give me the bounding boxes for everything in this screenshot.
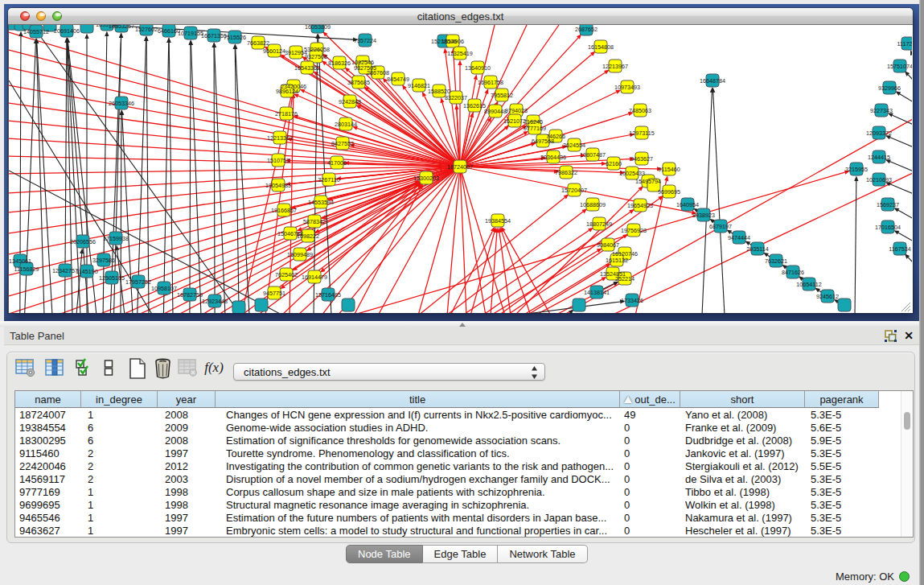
- cell-short: Yano et al. (2008): [685, 409, 803, 422]
- red-edge: [9, 167, 460, 233]
- graph-node-label: 8471626: [782, 269, 804, 276]
- edge-arrowhead: [167, 37, 171, 43]
- window-right-edge: [919, 0, 924, 585]
- black-edge: [900, 94, 912, 102]
- table-row[interactable]: 1938455462009Genome-wide association stu…: [15, 422, 902, 435]
- graph-node-label: 19166857: [271, 207, 297, 214]
- graph-node-label: 252214: [615, 275, 634, 282]
- float-window-icon[interactable]: [885, 330, 897, 342]
- show-column-button[interactable]: [44, 357, 66, 379]
- graph-node-label: 7515526: [224, 34, 246, 41]
- edge-arrowhead: [84, 34, 88, 39]
- column-header-short[interactable]: short: [680, 391, 805, 408]
- cell-out-de-: 0: [624, 422, 679, 435]
- graph-node-label: 9457751: [263, 290, 285, 297]
- edge-arrowhead: [119, 32, 123, 38]
- graph-node-label: 9242848: [339, 98, 361, 105]
- black-edge: [890, 184, 912, 194]
- table-row[interactable]: 1456911722003Disruption of a novel membe…: [15, 473, 902, 486]
- split-divider[interactable]: [0, 321, 924, 327]
- node-table[interactable]: namein_degreeyeartitleout_de...shortpage…: [14, 390, 914, 538]
- delete-column-button[interactable]: [152, 357, 174, 379]
- edge-arrowhead: [105, 31, 109, 36]
- graph-node-label: 12505135: [99, 274, 125, 282]
- network-graph: 1405571220691406189371010553257152760264…: [9, 25, 912, 313]
- scrollbar-thumb[interactable]: [904, 412, 910, 430]
- table-panel: Table Panel ✕: [0, 327, 924, 585]
- memory-label: Memory: OK: [836, 571, 894, 583]
- graph-node[interactable]: [232, 301, 245, 313]
- table-row[interactable]: 946554611997Estimation of the future num…: [15, 512, 902, 525]
- cell-name: 14569117: [19, 473, 80, 486]
- tab-network-table[interactable]: Network Table: [498, 545, 587, 563]
- network-window-titlebar[interactable]: citations_edges.txt: [8, 8, 913, 25]
- graph-node-label: 1117254: [897, 40, 912, 47]
- cell-title: Genome-wide association studies in ADHD.: [226, 422, 618, 435]
- graph-node-label: 7986322: [555, 169, 577, 176]
- graph-node-label: 8454749: [387, 76, 409, 83]
- cell-year: 2009: [165, 422, 214, 435]
- graph-node-label: 19384554: [485, 217, 511, 225]
- graph-node-label: 417006: [327, 159, 347, 167]
- graph-node-label: 9474444: [728, 234, 750, 241]
- close-panel-icon[interactable]: ✕: [904, 329, 914, 342]
- column-header-out-de-[interactable]: out_de...: [620, 391, 680, 408]
- edge-arrowhead: [664, 175, 668, 181]
- table-row[interactable]: 1830029562008Estimation of significance …: [15, 435, 902, 447]
- column-header-title[interactable]: title: [216, 391, 620, 408]
- cell-out-de-: 0: [624, 499, 679, 512]
- graph-node-label: 10025433: [619, 170, 645, 177]
- graph-node-label: 18724007: [447, 163, 473, 171]
- graph-node-label: 9245612: [816, 293, 839, 300]
- graph-node-label: 1345061: [9, 257, 31, 265]
- function-builder-button[interactable]: f(x): [203, 357, 225, 379]
- table-row[interactable]: 911546021997Tourette syndrome. Phenomeno…: [15, 447, 902, 460]
- graph-node[interactable]: [573, 299, 585, 311]
- column-header-in-degree[interactable]: in_degree: [81, 391, 158, 408]
- graph-node-label: 7955812: [491, 92, 513, 99]
- graph-node-label: 14553594: [308, 199, 334, 206]
- graph-node[interactable]: [838, 299, 851, 311]
- graph-node[interactable]: [342, 299, 355, 311]
- table-panel-title: Table Panel: [10, 330, 64, 342]
- table-vertical-scrollbar[interactable]: [901, 391, 913, 538]
- graph-node-label: 9327508: [305, 53, 327, 60]
- black-edge: [169, 43, 173, 313]
- sort-ascending-icon: [624, 396, 632, 403]
- network-view-window[interactable]: citations_edges.txt 14055712206914061893…: [8, 8, 913, 313]
- table-row[interactable]: 2242004622012Investigating the contribut…: [15, 460, 902, 473]
- column-header-pagerank[interactable]: pagerank: [805, 391, 879, 408]
- table-mode-button[interactable]: [14, 357, 36, 379]
- column-header-name[interactable]: name: [15, 391, 81, 408]
- table-row[interactable]: 969969511998Structural magnetic resonanc…: [15, 499, 902, 512]
- select-columns-button[interactable]: [75, 357, 92, 379]
- black-edge: [76, 253, 82, 313]
- table-row[interactable]: 946362711997Embryonic stem cells: a mode…: [15, 525, 902, 538]
- resize-grip-icon[interactable]: [900, 301, 910, 311]
- graph-node-label: 7485063: [629, 107, 651, 114]
- table-row[interactable]: 977716911998Corpus callosum shape and si…: [15, 486, 902, 499]
- delete-table-button[interactable]: [177, 357, 199, 379]
- graph-node[interactable]: [80, 25, 93, 33]
- graph-node-label: 1569237: [877, 201, 899, 208]
- graph-node[interactable]: [255, 299, 268, 311]
- edge-arrowhead: [18, 31, 23, 36]
- tab-edge-table[interactable]: Edge Table: [423, 545, 499, 563]
- tab-node-table[interactable]: Node Table: [346, 545, 423, 563]
- toggle-rows-button[interactable]: [101, 357, 116, 379]
- graph-node-label: 2867608: [367, 69, 389, 76]
- edge-arrowhead: [602, 277, 607, 281]
- graph-node-label: 16914479: [302, 274, 327, 281]
- graph-node-label: 2687652: [575, 26, 598, 33]
- table-row[interactable]: 1872400712008Changes of HCN gene express…: [15, 409, 902, 422]
- cell-pagerank: 5.3E-5: [811, 525, 877, 538]
- cell-out-de-: 0: [624, 525, 679, 538]
- graph-node-label: 16782759: [177, 291, 203, 299]
- network-canvas[interactable]: 1405571220691406189371010553257152760264…: [8, 25, 912, 313]
- graph-node-label: 9660124: [263, 47, 285, 55]
- new-column-button[interactable]: [126, 357, 148, 379]
- graph-node-label: 19054985: [265, 182, 291, 189]
- table-select[interactable]: citations_edges.txt: [233, 363, 545, 381]
- cell-year: 1998: [165, 499, 214, 512]
- column-header-year[interactable]: year: [158, 391, 216, 408]
